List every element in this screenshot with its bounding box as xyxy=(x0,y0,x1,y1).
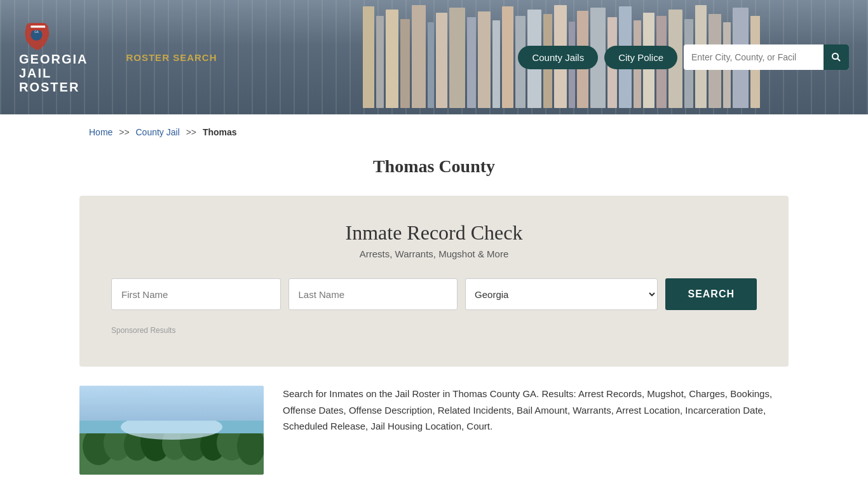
svg-text:GA: GA xyxy=(34,30,39,34)
header-search-button[interactable] xyxy=(824,44,849,70)
breadcrumb-home[interactable]: Home xyxy=(89,127,112,137)
breadcrumb: Home >> County Jail >> Thomas xyxy=(0,114,868,150)
county-image xyxy=(79,386,264,475)
first-name-input[interactable] xyxy=(111,278,281,310)
svg-rect-4 xyxy=(31,25,45,28)
trees-svg xyxy=(79,421,264,475)
header: GA GEORGIA JAIL ROSTER ROSTER SEARCH Cou… xyxy=(0,0,868,114)
breadcrumb-county-jail[interactable]: County Jail xyxy=(136,127,180,137)
header-search-input[interactable] xyxy=(684,52,824,62)
search-icon xyxy=(831,52,841,62)
svg-rect-5 xyxy=(31,28,45,30)
logo-georgia-text: GEORGIA xyxy=(19,52,88,66)
header-right: County Jails City Police xyxy=(518,44,849,70)
svg-point-6 xyxy=(832,53,838,59)
roster-search-nav[interactable]: ROSTER SEARCH xyxy=(126,52,217,63)
header-search-bar xyxy=(684,44,849,70)
breadcrumb-current: Thomas xyxy=(203,127,237,137)
record-check-box: Inmate Record Check Arrests, Warrants, M… xyxy=(79,196,789,367)
last-name-input[interactable] xyxy=(288,278,458,310)
logo-jail-text: JAIL xyxy=(19,66,51,80)
svg-line-7 xyxy=(837,58,840,61)
header-content: GA GEORGIA JAIL ROSTER ROSTER SEARCH Cou… xyxy=(0,0,868,114)
breadcrumb-sep-2: >> xyxy=(186,127,196,137)
bottom-description: Search for Inmates on the Jail Roster in… xyxy=(283,386,789,435)
record-check-form: AlabamaAlaskaArizonaArkansasCaliforniaCo… xyxy=(111,278,757,310)
georgia-state-icon: GA xyxy=(19,20,54,52)
logo-area[interactable]: GA GEORGIA JAIL ROSTER xyxy=(19,20,88,94)
page-title: Thomas County xyxy=(0,156,868,177)
record-check-title: Inmate Record Check xyxy=(111,221,757,245)
logo-roster-text: ROSTER xyxy=(19,80,79,94)
record-check-subtitle: Arrests, Warrants, Mugshot & More xyxy=(111,248,757,259)
county-jails-button[interactable]: County Jails xyxy=(518,46,598,69)
breadcrumb-sep-1: >> xyxy=(119,127,129,137)
city-police-button[interactable]: City Police xyxy=(604,46,677,69)
svg-rect-3 xyxy=(31,24,45,26)
inmate-search-button[interactable]: SEARCH xyxy=(665,278,757,310)
state-select[interactable]: AlabamaAlaskaArizonaArkansasCaliforniaCo… xyxy=(465,278,658,310)
sponsored-results-label: Sponsored Results xyxy=(111,326,757,335)
bottom-section: Search for Inmates on the Jail Roster in… xyxy=(0,367,868,488)
